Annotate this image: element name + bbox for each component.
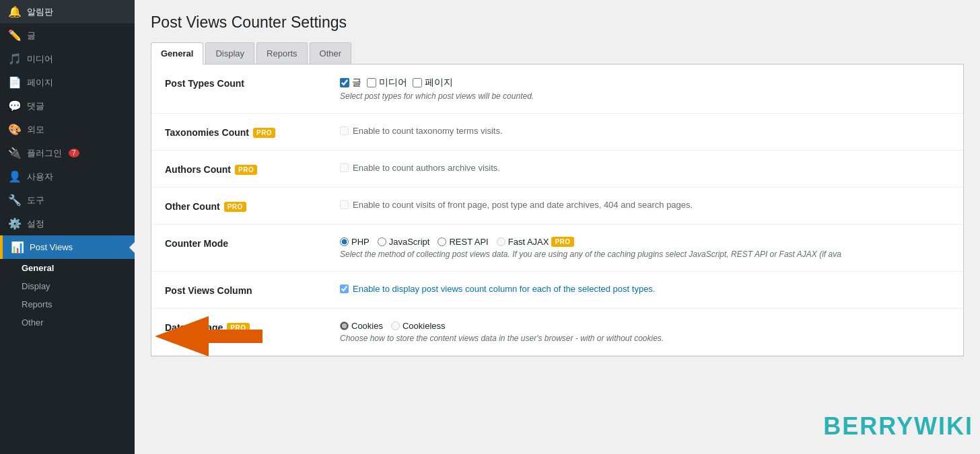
checkbox-posts-input[interactable] xyxy=(340,78,349,87)
post-views-column-input[interactable] xyxy=(340,285,349,293)
postviews-icon: 📊 xyxy=(11,241,24,254)
sidebar-item-appearance[interactable]: 🎨 외모 xyxy=(0,118,135,141)
settings-row-post-types-count: Post Types Count 글 미디어 페이지 xyxy=(151,65,963,114)
settings-panel: Post Types Count 글 미디어 페이지 xyxy=(151,65,964,356)
sidebar-item-label: 댓글 xyxy=(27,100,44,112)
content-taxonomies-count: Enable to count taxonomy terms visits. xyxy=(340,126,950,136)
page-title: Post Views Counter Settings xyxy=(151,13,964,32)
radio-fast-ajax[interactable]: Fast AJAX PRO xyxy=(497,237,574,247)
authors-checkbox-input[interactable] xyxy=(340,163,349,172)
settings-row-post-views-column: Post Views Column Enable to display post… xyxy=(151,272,963,309)
radio-cookies[interactable]: Cookies xyxy=(340,321,383,331)
pro-badge-fastaajax: PRO xyxy=(551,237,573,247)
checkbox-media-input[interactable] xyxy=(367,78,376,87)
post-types-description: Select post types for which post views w… xyxy=(340,91,950,101)
postviews-submenu: General Display Reports Other xyxy=(0,259,135,332)
settings-row-data-storage: Data Storage PRO Cookies Cookieless Choo… xyxy=(151,309,963,356)
tab-reports[interactable]: Reports xyxy=(256,42,308,64)
sidebar-item-label: 글 xyxy=(27,30,36,42)
label-other-count: Other Count PRO xyxy=(165,200,340,212)
appearance-icon: 🎨 xyxy=(8,123,22,136)
label-post-views-column: Post Views Column xyxy=(165,284,340,296)
submenu-item-general[interactable]: General xyxy=(0,259,135,277)
taxonomies-checkbox-input[interactable] xyxy=(340,126,349,135)
pro-badge-other: PRO xyxy=(224,202,246,212)
authors-checkbox-row: Enable to count authors archive visits. xyxy=(340,163,950,173)
submenu-item-reports[interactable]: Reports xyxy=(0,295,135,313)
settings-icon: ⚙️ xyxy=(8,217,22,230)
tab-general[interactable]: General xyxy=(151,42,203,65)
sidebar-item-comments[interactable]: 💬 댓글 xyxy=(0,94,135,118)
data-storage-description: Choose how to store the content views da… xyxy=(340,334,950,343)
radio-rest-api[interactable]: REST API xyxy=(438,237,488,247)
sidebar-item-label: 알림판 xyxy=(27,6,53,18)
sidebar-item-posts[interactable]: ✏️ 글 xyxy=(0,24,135,47)
label-counter-mode: Counter Mode xyxy=(165,237,340,249)
svg-marker-1 xyxy=(155,316,262,356)
main-content: Post Views Counter Settings General Disp… xyxy=(135,0,980,454)
radio-php[interactable]: PHP xyxy=(340,237,370,247)
other-checkbox-input[interactable] xyxy=(340,200,349,209)
radio-cookieless-input[interactable] xyxy=(391,321,400,330)
user-icon: 👤 xyxy=(8,170,22,183)
content-post-views-column: Enable to display post views count colum… xyxy=(340,284,950,294)
content-authors-count: Enable to count authors archive visits. xyxy=(340,163,950,173)
plugin-icon: 🔌 xyxy=(8,147,22,159)
sidebar-item-pages[interactable]: 📄 페이지 xyxy=(0,71,135,94)
radio-rest-input[interactable] xyxy=(438,237,446,246)
settings-row-other-count: Other Count PRO Enable to count visits o… xyxy=(151,188,963,225)
submenu-item-other[interactable]: Other xyxy=(0,313,135,332)
counter-mode-description: Select the method of collecting post vie… xyxy=(340,250,950,259)
submenu-item-display[interactable]: Display xyxy=(0,277,135,295)
radio-php-input[interactable] xyxy=(340,237,349,246)
sidebar-item-label: 설정 xyxy=(27,218,44,230)
watermark: BERRYWIKI xyxy=(823,412,973,441)
settings-row-counter-mode: Counter Mode PHP JavaScript REST API xyxy=(151,225,963,272)
checkbox-posts[interactable]: 글 xyxy=(340,77,361,89)
sidebar-item-label: 도구 xyxy=(27,194,44,206)
sidebar: 🔔 알림판 ✏️ 글 🎵 미디어 📄 페이지 💬 댓글 🎨 외모 🔌 플러그인 … xyxy=(0,0,135,454)
post-views-column-row: Enable to display post views count colum… xyxy=(340,284,950,294)
pro-badge-taxonomies: PRO xyxy=(253,128,275,138)
sidebar-item-tools[interactable]: 🔧 도구 xyxy=(0,188,135,212)
sidebar-item-users[interactable]: 👤 사용자 xyxy=(0,165,135,188)
arrow-indicator xyxy=(155,316,262,359)
page-icon: 📄 xyxy=(8,76,22,89)
content-post-types-count: 글 미디어 페이지 Select post types for which po… xyxy=(340,77,950,101)
tabs-bar: General Display Reports Other xyxy=(151,42,964,65)
content-data-storage: Cookies Cookieless Choose how to store t… xyxy=(340,321,950,343)
checkbox-pages[interactable]: 페이지 xyxy=(413,77,453,89)
checkbox-pages-input[interactable] xyxy=(413,78,422,87)
sidebar-item-label: Post Views xyxy=(30,242,73,252)
comment-icon: 💬 xyxy=(8,100,22,112)
tab-display[interactable]: Display xyxy=(205,42,254,64)
content-other-count: Enable to count visits of front page, po… xyxy=(340,200,950,210)
sidebar-item-label: 외모 xyxy=(27,124,44,136)
settings-row-authors-count: Authors Count PRO Enable to count author… xyxy=(151,151,963,188)
sidebar-item-label: 사용자 xyxy=(27,171,53,183)
sidebar-item-label: 페이지 xyxy=(27,77,53,89)
other-checkbox-row: Enable to count visits of front page, po… xyxy=(340,200,950,210)
sidebar-item-plugins[interactable]: 🔌 플러그인 7 xyxy=(0,141,135,165)
sidebar-item-notifications[interactable]: 🔔 알림판 xyxy=(0,0,135,24)
counter-mode-radios: PHP JavaScript REST API Fast AJAX PRO xyxy=(340,237,950,247)
radio-fastaajax-input[interactable] xyxy=(497,237,505,246)
radio-cookies-input[interactable] xyxy=(340,321,349,330)
checkbox-media[interactable]: 미디어 xyxy=(367,77,407,89)
radio-js-input[interactable] xyxy=(378,237,386,246)
sidebar-item-label: 플러그인 xyxy=(27,147,62,159)
bell-icon: 🔔 xyxy=(8,5,22,18)
radio-javascript[interactable]: JavaScript xyxy=(378,237,430,247)
settings-row-taxonomies-count: Taxonomies Count PRO Enable to count tax… xyxy=(151,114,963,151)
post-types-checkboxes: 글 미디어 페이지 xyxy=(340,77,950,89)
content-counter-mode: PHP JavaScript REST API Fast AJAX PRO xyxy=(340,237,950,259)
sidebar-item-postviews[interactable]: 📊 Post Views xyxy=(0,235,135,259)
radio-cookieless[interactable]: Cookieless xyxy=(391,321,446,331)
sidebar-item-settings[interactable]: ⚙️ 설정 xyxy=(0,212,135,235)
tools-icon: 🔧 xyxy=(8,194,22,206)
tab-other[interactable]: Other xyxy=(310,42,352,64)
sidebar-item-media[interactable]: 🎵 미디어 xyxy=(0,47,135,71)
label-taxonomies-count: Taxonomies Count PRO xyxy=(165,126,340,138)
label-post-types-count: Post Types Count xyxy=(165,77,340,89)
media-icon: 🎵 xyxy=(8,52,22,65)
